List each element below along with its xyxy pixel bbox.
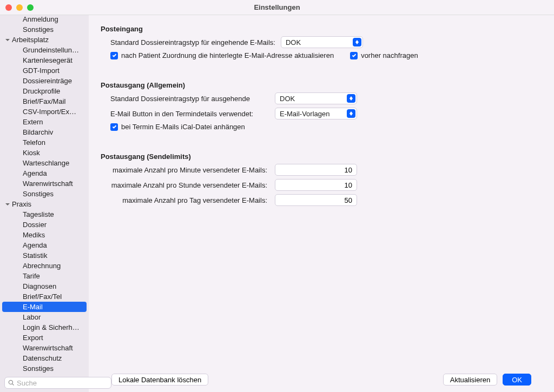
- close-icon[interactable]: [5, 4, 12, 11]
- sidebar-item[interactable]: Anmeldung: [2, 15, 87, 24]
- sidebar-item[interactable]: Sonstiges: [2, 189, 87, 199]
- sidebar-item[interactable]: Statistik: [2, 250, 87, 261]
- label-per-hour: maximale Anzahl pro Stunde versendeter E…: [101, 181, 269, 189]
- chevron-down-icon: [4, 37, 11, 43]
- sidebar-category-arbeitsplatz[interactable]: Arbeitsplatz: [0, 35, 89, 45]
- sidebar-item[interactable]: Labor: [2, 312, 87, 322]
- label-per-day: maximale Anzahl pro Tag versendeter E-Ma…: [101, 196, 269, 204]
- sidebar-item[interactable]: Brief/Fax/Tel: [2, 291, 87, 302]
- delete-local-db-button[interactable]: Lokale Datenbank löschen: [111, 374, 208, 386]
- section-outbox-limits: Postausgang (Sendelimits) maximale Anzah…: [101, 152, 542, 206]
- select-outbox-default-type[interactable]: DOK: [275, 92, 357, 104]
- sidebar-item[interactable]: Tarife: [2, 271, 87, 281]
- footer: Lokale Datenbank löschen Aktualisieren O…: [101, 367, 542, 392]
- select-email-button-value: E-Mail-Vorlagen: [280, 110, 330, 118]
- maximize-icon[interactable]: [27, 4, 34, 11]
- sidebar-item[interactable]: Warenwirtschaft: [2, 178, 87, 189]
- checkmark-icon: [110, 52, 118, 59]
- sidebar-item[interactable]: Agenda: [2, 240, 87, 250]
- sidebar-item[interactable]: Dossier: [2, 220, 87, 230]
- select-email-button[interactable]: E-Mail-Vorlagen: [275, 108, 357, 119]
- label-outbox-default-type: Standard Dossiereintragstyp für ausgehen…: [101, 95, 269, 103]
- sidebar-item[interactable]: Grundeinstellun…: [2, 45, 87, 55]
- input-per-day[interactable]: [275, 194, 357, 206]
- section-title-outbox-general: Postausgang (Allgemein): [101, 81, 542, 89]
- label-confirm-before: vorher nachfragen: [361, 51, 418, 59]
- ok-button[interactable]: OK: [503, 374, 531, 386]
- sidebar-item[interactable]: Abrechnung: [2, 261, 87, 271]
- titlebar: Einstellungen: [0, 0, 554, 15]
- select-outbox-default-type-value: DOK: [280, 95, 295, 103]
- sidebar-item[interactable]: Login & Sicherh…: [2, 322, 87, 333]
- select-inbox-default-type[interactable]: DOK: [281, 36, 363, 48]
- label-inbox-default-type: Standard Dossiereintragstyp für eingehen…: [110, 38, 275, 46]
- input-per-minute[interactable]: [275, 164, 357, 176]
- chevron-updown-icon: [347, 109, 355, 118]
- input-per-hour[interactable]: [275, 179, 357, 191]
- sidebar-item[interactable]: Sonstiges: [2, 363, 87, 374]
- sidebar-item[interactable]: E-Mail: [2, 302, 87, 312]
- checkbox-update-email[interactable]: nach Patient Zuordnung die hinterlegte E…: [110, 51, 334, 59]
- sidebar-item[interactable]: Mediks: [2, 230, 87, 240]
- sidebar-category-label: Arbeitsplatz: [11, 36, 49, 44]
- refresh-button[interactable]: Aktualisieren: [443, 374, 497, 386]
- chevron-down-icon: [4, 201, 11, 208]
- sidebar-item[interactable]: Dossiereinträge: [2, 76, 87, 86]
- sidebar-category-label: Praxis: [11, 200, 31, 208]
- checkmark-icon: [110, 123, 118, 131]
- label-email-button: E-Mail Button in den Termindetails verwe…: [101, 110, 269, 118]
- sidebar-item[interactable]: Telefon: [2, 137, 87, 148]
- content-area: Posteingang Standard Dossiereintragstyp …: [89, 15, 554, 392]
- chevron-updown-icon: [347, 94, 355, 103]
- window-title: Einstellungen: [0, 3, 554, 11]
- section-title-inbox: Posteingang: [101, 25, 542, 33]
- sidebar-item[interactable]: CSV-Import/Ex…: [2, 107, 87, 117]
- sidebar: NutzerGrundeinstellun…AnmeldungSonstiges…: [0, 15, 89, 392]
- sidebar-tree[interactable]: NutzerGrundeinstellun…AnmeldungSonstiges…: [0, 15, 89, 374]
- sidebar-category-praxis[interactable]: Praxis: [0, 199, 89, 209]
- label-per-minute: maximale Anzahl pro Minute versendeter E…: [101, 166, 269, 174]
- window: Einstellungen NutzerGrundeinstellun…Anme…: [0, 0, 554, 392]
- sidebar-item[interactable]: Extern: [2, 117, 87, 127]
- section-title-outbox-limits: Postausgang (Sendelimits): [101, 152, 542, 161]
- sidebar-item[interactable]: Druckprofile: [2, 86, 87, 96]
- search-icon: [8, 380, 15, 386]
- sidebar-item[interactable]: Datenschutz: [2, 353, 87, 363]
- checkmark-icon: [350, 52, 358, 59]
- sidebar-item[interactable]: Diagnosen: [2, 281, 87, 291]
- sidebar-item[interactable]: Agenda: [2, 168, 87, 178]
- checkbox-ical[interactable]: bei Termin E-Mails iCal-Datei anhängen: [110, 123, 245, 131]
- window-controls: [5, 4, 34, 11]
- sidebar-item[interactable]: Sonstiges: [2, 24, 87, 35]
- section-outbox-general: Postausgang (Allgemein) Standard Dossier…: [101, 81, 542, 131]
- sidebar-item[interactable]: Tagesliste: [2, 209, 87, 220]
- sidebar-item[interactable]: Kiosk: [2, 148, 87, 158]
- sidebar-item[interactable]: Bildarchiv: [2, 127, 87, 137]
- chevron-updown-icon: [353, 38, 361, 46]
- label-ical: bei Termin E-Mails iCal-Datei anhängen: [121, 123, 245, 131]
- label-update-email: nach Patient Zuordnung die hinterlegte E…: [121, 51, 334, 59]
- section-inbox: Posteingang Standard Dossiereintragstyp …: [101, 25, 542, 59]
- checkbox-confirm-before[interactable]: vorher nachfragen: [350, 51, 418, 59]
- minimize-icon[interactable]: [16, 4, 23, 11]
- select-inbox-default-type-value: DOK: [286, 38, 301, 46]
- sidebar-item[interactable]: Export: [2, 333, 87, 343]
- sidebar-item[interactable]: Warenwirtschaft: [2, 343, 87, 353]
- sidebar-item[interactable]: GDT-Import: [2, 65, 87, 76]
- sidebar-item[interactable]: Kartenlesegerät: [2, 55, 87, 65]
- sidebar-item[interactable]: Brief/Fax/Mail: [2, 96, 87, 107]
- sidebar-item[interactable]: Warteschlange: [2, 158, 87, 168]
